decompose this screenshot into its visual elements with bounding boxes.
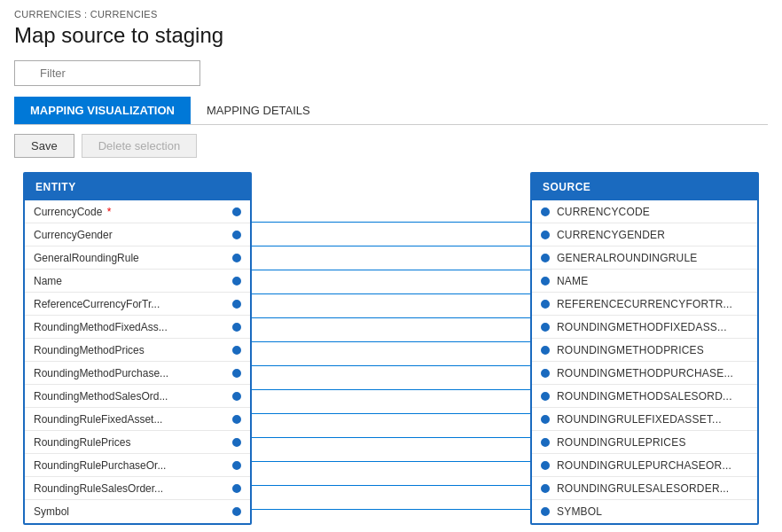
toolbar: Save Delete selection xyxy=(14,134,768,158)
connector-line xyxy=(252,318,530,342)
connector-line xyxy=(252,414,530,438)
source-dot xyxy=(541,438,550,447)
source-dot xyxy=(541,254,550,262)
delete-selection-button[interactable]: Delete selection xyxy=(82,134,198,158)
source-dot xyxy=(541,461,550,470)
entity-row-label: RoundingMethodFixedAss... xyxy=(34,321,227,333)
source-dot xyxy=(541,323,550,332)
connector-line xyxy=(252,223,530,246)
source-row-label: ROUNDINGRULEPURCHASEOR... xyxy=(557,459,748,472)
entity-row: CurrencyGender xyxy=(25,223,250,246)
entity-row-label: Symbol xyxy=(34,505,227,518)
entity-row-label: CurrencyCode * xyxy=(34,206,227,218)
source-row: ROUNDINGMETHODFIXEDASS... xyxy=(532,316,757,339)
entity-row: Name xyxy=(25,270,250,293)
source-row-label: ROUNDINGRULEFIXEDASSET... xyxy=(557,413,748,426)
filter-wrapper: 🔍 xyxy=(14,60,200,86)
source-row: ROUNDINGMETHODSALESORD... xyxy=(532,385,757,408)
entity-row-label: RoundingRulePrices xyxy=(34,436,227,449)
entity-row-label: ReferenceCurrencyForTr... xyxy=(34,298,227,310)
source-dot xyxy=(541,346,550,355)
entity-row: RoundingMethodSalesOrd... xyxy=(25,385,250,408)
connector-line xyxy=(252,462,530,486)
tab-mapping-visualization[interactable]: MAPPING VISUALIZATION xyxy=(14,97,191,124)
source-row: CURRENCYGENDER xyxy=(532,223,757,246)
entity-row-label: GeneralRoundingRule xyxy=(34,252,227,264)
source-row: ROUNDINGMETHODPRICES xyxy=(532,339,757,362)
filter-container: 🔍 xyxy=(14,60,768,86)
source-row-label: CURRENCYGENDER xyxy=(557,229,748,241)
entity-dot xyxy=(232,300,241,309)
entity-row: GeneralRoundingRule xyxy=(25,246,250,270)
entity-row: Symbol xyxy=(25,500,250,523)
entity-panel-header: ENTITY xyxy=(25,174,250,200)
entity-row-label: RoundingRulePurchaseOr... xyxy=(34,459,227,472)
entity-row-label: RoundingMethodPurchase... xyxy=(34,367,227,379)
entity-row: CurrencyCode * xyxy=(25,200,250,223)
page-container: CURRENCIES : CURRENCIES Map source to st… xyxy=(0,0,782,532)
entity-dot xyxy=(232,369,241,378)
tab-mapping-details[interactable]: MAPPING DETAILS xyxy=(191,97,326,124)
mapping-area: ENTITY CurrencyCode * CurrencyGender Gen… xyxy=(14,172,768,532)
connector-line xyxy=(252,486,530,510)
connector-line xyxy=(252,270,530,294)
entity-dot xyxy=(232,484,241,493)
filter-input[interactable] xyxy=(14,60,200,86)
source-row-label: CURRENCYCODE xyxy=(557,206,748,218)
connector-line xyxy=(252,342,530,366)
entity-dot xyxy=(232,392,241,401)
source-dot xyxy=(541,484,550,493)
source-row: ROUNDINGRULEPRICES xyxy=(532,431,757,454)
entity-row: RoundingMethodPurchase... xyxy=(25,362,250,385)
entity-dot xyxy=(232,507,241,516)
connector-line xyxy=(252,246,530,270)
entity-dot xyxy=(232,231,241,239)
source-row: ROUNDINGRULEFIXEDASSET... xyxy=(532,408,757,431)
entity-row-label: RoundingMethodPrices xyxy=(34,344,227,356)
source-panel-header: SOURCE xyxy=(532,174,757,200)
source-dot xyxy=(541,300,550,309)
source-row-label: ROUNDINGRULEPRICES xyxy=(557,436,748,449)
source-row-label: ROUNDINGMETHODPRICES xyxy=(557,344,748,356)
required-indicator: * xyxy=(104,206,111,218)
source-row: NAME xyxy=(532,270,757,293)
tabs-row: MAPPING VISUALIZATION MAPPING DETAILS xyxy=(14,97,768,125)
entity-row: RoundingRuleFixedAsset... xyxy=(25,408,250,431)
source-dot xyxy=(541,507,550,516)
connector-line xyxy=(252,366,530,390)
entity-row: RoundingRuleSalesOrder... xyxy=(25,477,250,500)
connector-lines xyxy=(252,199,530,532)
entity-row: RoundingRulePurchaseOr... xyxy=(25,454,250,477)
source-panel: SOURCE CURRENCYCODE CURRENCYGENDER GENER… xyxy=(530,172,759,525)
source-row: CURRENCYCODE xyxy=(532,200,757,223)
source-dot xyxy=(541,392,550,401)
entity-dot xyxy=(232,277,241,286)
entity-dot xyxy=(232,323,241,332)
source-row: REFERENCECURRENCYFORTR... xyxy=(532,293,757,316)
source-dot xyxy=(541,231,550,239)
save-button[interactable]: Save xyxy=(14,134,74,158)
entity-row: RoundingMethodPrices xyxy=(25,339,250,362)
entity-panel: ENTITY CurrencyCode * CurrencyGender Gen… xyxy=(23,172,252,525)
source-row-label: GENERALROUNDINGRULE xyxy=(557,252,748,264)
source-row-label: REFERENCECURRENCYFORTR... xyxy=(557,298,748,310)
entity-row: RoundingRulePrices xyxy=(25,431,250,454)
breadcrumb: CURRENCIES : CURRENCIES xyxy=(14,9,768,20)
entity-row-label: Name xyxy=(34,275,227,287)
entity-row-label: RoundingRuleFixedAsset... xyxy=(34,413,227,426)
source-row-label: ROUNDINGMETHODPURCHASE... xyxy=(557,367,748,379)
entity-row-label: RoundingMethodSalesOrd... xyxy=(34,390,227,403)
source-row: ROUNDINGRULESALESORDER... xyxy=(532,477,757,500)
entity-dot xyxy=(232,207,241,216)
source-dot xyxy=(541,277,550,286)
entity-row-label: RoundingRuleSalesOrder... xyxy=(34,482,227,495)
entity-dot xyxy=(232,346,241,355)
page-title: Map source to staging xyxy=(14,23,768,48)
connector-line xyxy=(252,390,530,414)
source-row-label: SYMBOL xyxy=(557,505,748,518)
source-row-label: ROUNDINGMETHODSALESORD... xyxy=(557,390,748,403)
entity-panel-rows: CurrencyCode * CurrencyGender GeneralRou… xyxy=(25,200,250,523)
source-row: ROUNDINGRULEPURCHASEOR... xyxy=(532,454,757,477)
connector-line xyxy=(252,199,530,223)
connector-line xyxy=(252,510,530,532)
